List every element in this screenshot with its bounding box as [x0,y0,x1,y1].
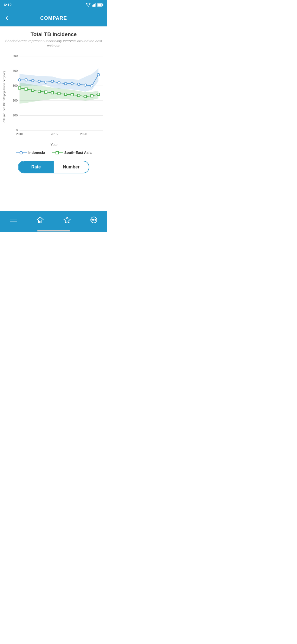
toggle-container: Rate Number [18,161,89,173]
nav-more[interactable] [90,216,98,223]
sea-point [90,95,93,97]
indonesia-point [45,81,47,83]
home-icon [36,216,44,223]
legend-sea-label: South-East Asia [64,151,92,155]
svg-marker-32 [64,217,70,223]
sea-point [71,94,73,96]
svg-rect-29 [38,220,42,223]
sea-point [38,90,40,93]
indonesia-point [71,83,73,85]
sea-point [64,93,67,95]
svg-text:2015: 2015 [51,132,57,136]
sea-point [97,93,100,95]
sea-point [51,92,54,94]
bottom-nav [0,211,107,231]
legend: Indonesia South-East Asia [16,151,92,155]
legend-indonesia-label: Indonesia [28,151,45,155]
sea-point [58,92,60,95]
indonesia-point [78,83,80,86]
rate-button[interactable]: Rate [18,161,54,173]
nav-favorites[interactable] [63,216,71,223]
sea-point [84,95,87,98]
svg-text:500: 500 [12,54,18,58]
svg-point-34 [92,219,93,220]
svg-rect-2 [94,4,95,7]
menu-icon [10,217,17,223]
status-bar: 6:12 [0,0,107,10]
svg-rect-1 [93,4,94,7]
chart-container: Rate (no. per 100 000 population per yea… [0,52,107,149]
legend-sea-icon [52,151,63,155]
sea-point [45,91,47,93]
indonesia-point [31,80,34,82]
svg-text:2010: 2010 [16,132,23,136]
status-time: 6:12 [4,3,12,7]
svg-text:200: 200 [12,99,18,102]
indonesia-point [25,79,27,81]
battery-icon [97,3,103,7]
svg-text:300: 300 [12,84,18,88]
svg-text:100: 100 [12,114,18,117]
svg-rect-25 [56,151,59,154]
svg-text:400: 400 [12,69,18,73]
sea-point [31,89,34,92]
indonesia-point [38,80,40,83]
more-icon [90,216,98,223]
indonesia-point [90,85,93,87]
x-label-row [7,141,106,142]
star-icon [63,216,71,223]
wifi-icon [86,3,91,7]
svg-point-23 [20,151,23,154]
back-button[interactable] [4,15,10,21]
indonesia-point [64,83,67,85]
chart-svg: 500 400 300 200 100 0 [7,52,106,140]
svg-text:2020: 2020 [80,132,87,136]
svg-rect-0 [92,5,93,7]
chart-title: Total TB incidence [31,31,77,37]
signal-icon [92,3,96,7]
nav-home[interactable] [36,216,44,223]
x-axis-title: Year [2,143,106,147]
indonesia-point [18,79,21,81]
header: COMPARE [0,10,107,26]
legend-indonesia: Indonesia [16,151,45,155]
legend-sea: South-East Asia [52,151,92,155]
legend-indonesia-icon [16,151,27,155]
status-icons [86,3,103,7]
svg-rect-6 [98,4,102,6]
sea-point [25,88,27,91]
y-axis-label: Rate (no. per 100 000 population per yea… [2,52,7,142]
indonesia-point [97,73,100,76]
svg-rect-5 [103,4,103,6]
svg-text:0: 0 [16,129,18,132]
home-indicator [0,231,107,232]
svg-point-35 [93,219,94,220]
chart-inner: 500 400 300 200 100 0 [7,52,106,142]
nav-menu[interactable] [10,217,17,223]
svg-point-36 [95,219,96,220]
indonesia-point [58,82,60,84]
sea-point [78,94,80,97]
indonesia-point [51,80,54,83]
svg-rect-3 [95,3,96,7]
sea-point [18,87,21,89]
content: Total TB incidence Shaded areas represen… [0,26,107,211]
number-button[interactable]: Number [54,161,89,173]
chart-subtitle: Shaded areas represent uncertainty inter… [0,39,107,48]
home-indicator-bar [37,230,70,231]
indonesia-point [84,84,87,86]
page-title: COMPARE [40,15,67,21]
